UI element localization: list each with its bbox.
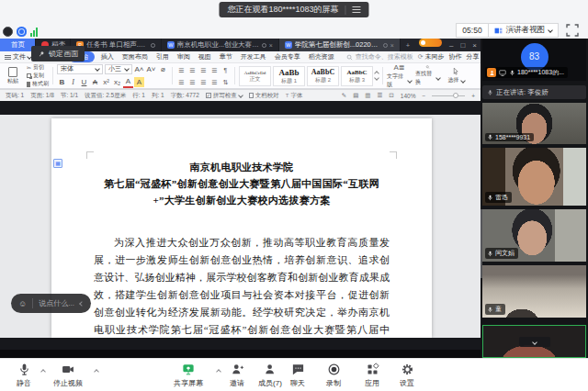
login-account-button[interactable] <box>419 39 442 47</box>
fullscreen-icon[interactable] <box>565 23 580 38</box>
share-screen-button[interactable]: 共享屏幕 <box>174 363 203 388</box>
text-layout-tool[interactable]: A≣文字排版 <box>387 65 412 86</box>
justify-icon[interactable]: ☰ <box>209 77 220 87</box>
tab-doc-file-2[interactable]: W学院第七届创新创...02208022× <box>279 39 401 51</box>
gallery-down-icon[interactable] <box>374 75 379 81</box>
sidebar-scrollbar[interactable] <box>481 209 482 278</box>
collab-button[interactable]: 协作 <box>449 52 462 61</box>
font-color-button[interactable]: A <box>123 76 133 88</box>
fit-page-icon[interactable]: ⊡ <box>389 92 393 99</box>
paragraph-mark-icon[interactable]: ¶ <box>220 65 231 75</box>
video-options-icon[interactable] <box>94 369 99 374</box>
bold-button[interactable]: B <box>57 77 67 87</box>
ribbon-tab-member[interactable]: 会员专享 <box>273 52 302 61</box>
close-icon[interactable]: × <box>269 42 273 49</box>
zoom-value[interactable]: 140% <box>401 93 416 99</box>
format-painter-button[interactable]: 格式刷 <box>27 81 49 88</box>
lock-screen-tooltip[interactable]: 锁定画面 <box>31 46 85 61</box>
watching-banner[interactable]: 您正在观看180****1083的屏幕 <box>219 2 368 17</box>
meeting-info-icon[interactable] <box>3 27 13 37</box>
italic-button[interactable]: I <box>68 77 78 87</box>
mute-options-icon[interactable] <box>40 369 46 374</box>
style-heading2[interactable]: AaBbC标题 2 <box>307 66 339 86</box>
file-menu[interactable]: 文件 <box>5 52 31 61</box>
settings-button[interactable]: 设置 <box>400 363 414 388</box>
network-signal-icon[interactable] <box>30 27 38 37</box>
screen-list-icon[interactable] <box>353 6 361 7</box>
numbered-list-icon[interactable]: ☰ <box>187 65 198 75</box>
chat-button[interactable]: 聊天 <box>290 363 305 388</box>
align-right-icon[interactable]: ☰ <box>198 77 209 87</box>
ribbon-tab-docer-res[interactable]: 稻壳资源 <box>307 52 336 61</box>
spell-check-button[interactable]: ✓拼写检查 <box>206 92 243 100</box>
doc-proof-button[interactable]: 文档校对 <box>249 92 279 100</box>
superscript-button[interactable]: x² <box>101 77 111 87</box>
indent-icon[interactable]: ☰ <box>209 65 220 75</box>
members-button[interactable]: 成员(7) <box>258 363 282 388</box>
collapse-chat-icon[interactable] <box>79 301 85 307</box>
font-name-select[interactable]: 宋体 <box>57 64 103 74</box>
emoji-icon[interactable]: ☺ <box>18 299 27 308</box>
ink-icon[interactable]: ✎ <box>342 92 346 99</box>
chat-input-placeholder[interactable]: 说点什么... <box>39 298 74 308</box>
paste-options-icon[interactable]: ▦ <box>53 159 62 168</box>
quick-chat-overlay[interactable]: ☺ 说点什么... <box>11 294 91 313</box>
participant-video-presenter[interactable]: 83 180****1083的... <box>482 39 586 81</box>
invite-button[interactable]: 邀请 <box>230 363 244 388</box>
view-mode-button[interactable]: 演讲者视图 <box>488 23 560 38</box>
close-icon[interactable]: × <box>390 42 394 49</box>
print-view-icon[interactable]: ▥ <box>365 92 370 99</box>
style-normal[interactable]: AaBbCcDd正文 <box>239 66 271 86</box>
highlight-color-button[interactable]: A <box>134 77 144 87</box>
ribbon-tab-section[interactable]: 章节 <box>218 52 234 61</box>
clear-format-icon[interactable]: ⌀ <box>158 64 168 74</box>
increase-font-icon[interactable]: A˄ <box>134 64 144 74</box>
share-options-icon[interactable] <box>216 369 221 374</box>
underline-button[interactable]: U <box>79 77 89 87</box>
decrease-font-icon[interactable]: A˅ <box>146 64 156 74</box>
meeting-app-icon[interactable] <box>17 27 27 37</box>
font-size-select[interactable]: 小三 <box>105 64 132 74</box>
stop-video-button[interactable]: 停止视频 <box>53 363 83 388</box>
web-view-icon[interactable]: ☰ <box>378 92 383 99</box>
align-left-icon[interactable]: ☰ <box>176 77 187 87</box>
record-button[interactable]: 录制 <box>326 363 341 388</box>
participant-video[interactable]: 童 <box>482 265 586 318</box>
zoom-slider-knob[interactable] <box>453 93 458 98</box>
strikethrough-button[interactable]: A <box>90 77 100 87</box>
sync-status[interactable]: ⟳ 未同步 <box>418 52 445 61</box>
find-replace-tool[interactable]: 查找替换 <box>415 65 440 86</box>
close-window-icon[interactable]: × <box>469 39 481 51</box>
copy-button[interactable]: 复制 <box>27 73 49 80</box>
font-promo-button[interactable]: T字体 <box>286 92 303 100</box>
share-button[interactable]: 分享 <box>467 52 480 61</box>
ribbon-tab-insert[interactable]: 插入 <box>99 52 116 61</box>
zoom-slider[interactable] <box>432 95 465 96</box>
ribbon-tab-view[interactable]: 视图 <box>197 52 213 61</box>
zoom-in-button[interactable]: + <box>471 93 475 99</box>
ribbon-tab-dev-tools[interactable]: 开发工具 <box>239 52 268 61</box>
document-page[interactable]: ▦ 南京机电职业技术学院 第七届“冠盛杯”创新创意创业大赛暨第八届中国国际“互联… <box>51 118 432 338</box>
participant-video-active[interactable] <box>482 325 586 358</box>
tab-doc-file-1[interactable]: W南京机电职业...创业大赛方案× <box>162 39 279 51</box>
collapse-videos-button[interactable] <box>519 337 550 347</box>
apps-button[interactable]: 应用 <box>365 363 379 388</box>
read-view-icon[interactable]: ▤ <box>353 92 358 99</box>
maximize-icon[interactable]: □ <box>457 39 469 51</box>
bullet-list-icon[interactable]: ☰ <box>176 65 187 75</box>
line-spacing-icon[interactable]: ⇅ <box>220 77 231 87</box>
minimize-icon[interactable]: – <box>446 39 457 51</box>
align-center-icon[interactable]: ☰ <box>187 77 198 87</box>
participant-video[interactable]: 158****9931 <box>482 103 586 144</box>
zoom-out-button[interactable]: − <box>422 93 425 99</box>
ribbon-tab-references[interactable]: 引用 <box>154 52 171 61</box>
style-heading1[interactable]: AaBb标题 1 <box>273 66 305 86</box>
ribbon-tab-page-layout[interactable]: 页面布局 <box>120 52 150 61</box>
paste-button[interactable]: 粘贴 <box>3 65 23 86</box>
cut-button[interactable]: ✂剪切 <box>27 64 49 72</box>
participant-video[interactable]: 雷迅 <box>482 148 586 206</box>
mute-button[interactable]: 静音 <box>17 363 31 388</box>
subscript-button[interactable]: x₂ <box>112 77 122 87</box>
ribbon-tab-review[interactable]: 审阅 <box>175 52 192 61</box>
command-search-box[interactable]: 查找命令、搜索模板 <box>346 52 413 61</box>
